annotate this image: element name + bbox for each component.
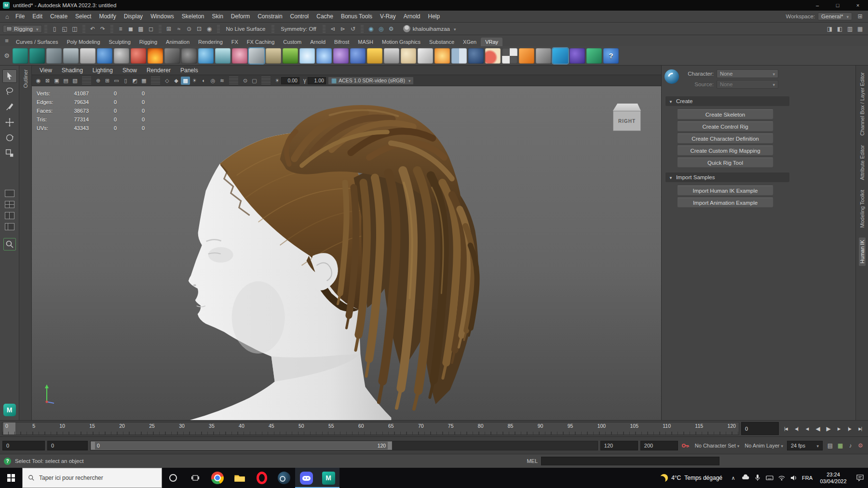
import-human-ik-example-button[interactable]: Import Human IK Example <box>677 185 773 196</box>
shadows-icon[interactable]: ◐ <box>199 77 208 85</box>
panel-menu-item[interactable]: Show <box>118 66 142 75</box>
play-backward-button[interactable]: ◀ <box>813 423 823 435</box>
outliner-label[interactable]: Outliner <box>23 69 28 88</box>
mel-input[interactable] <box>541 457 719 465</box>
navy-sphere-icon[interactable] <box>468 48 484 64</box>
volume-icon[interactable] <box>787 468 800 488</box>
go-to-start-button[interactable]: |◀ <box>781 423 791 435</box>
lasso-tool[interactable] <box>2 85 17 98</box>
paint-select-tool[interactable] <box>2 100 17 114</box>
playback-start-field[interactable]: 0 <box>47 441 88 450</box>
auto-keyframe-toggle[interactable] <box>680 442 691 449</box>
grass-fx-icon[interactable] <box>283 48 298 64</box>
tab-modeling-toolkit[interactable]: Modeling Toolkit <box>859 190 865 228</box>
panel-menu-item[interactable]: Renderer <box>142 66 176 75</box>
isolate-select-icon[interactable]: ⊙ <box>241 77 250 85</box>
divider[interactable] <box>151 77 160 85</box>
go-to-end-button[interactable]: ▶| <box>855 423 865 435</box>
maya-taskbar-icon[interactable]: M <box>317 468 339 488</box>
shelf-tab-arnold[interactable]: Arnold <box>306 38 330 46</box>
colorspace-dropdown[interactable]: ACES 1.0 SDR-video (sRGB) <box>328 77 414 85</box>
symmetry-button[interactable]: Symmetry: Off <box>277 26 320 32</box>
shelf-gear-icon[interactable] <box>2 52 12 59</box>
chrome-icon[interactable] <box>206 468 229 488</box>
workspace-settings-icon[interactable]: ⊞ <box>855 12 865 21</box>
shelf-tab-rendering[interactable]: Rendering <box>194 38 227 46</box>
time-editor-icon[interactable]: ▤ <box>825 441 835 450</box>
file-explorer-icon[interactable] <box>229 468 251 488</box>
sidebar-channel-box-icon[interactable]: ◨ <box>825 24 835 33</box>
dome-light-icon[interactable] <box>367 48 382 64</box>
grid-toggle-icon[interactable]: ⊞ <box>103 77 112 85</box>
timeline-ruler[interactable]: 0510152025303540455055606570758085909510… <box>2 422 739 435</box>
opera-icon[interactable] <box>251 468 273 488</box>
shelf-tab-vray[interactable]: VRay <box>481 38 502 46</box>
single-pane-layout-button[interactable] <box>5 190 14 197</box>
panel-menu-item[interactable]: Panels <box>176 66 203 75</box>
input-connections-icon[interactable]: ⊲ <box>328 24 338 33</box>
vray-sphere-icon[interactable] <box>570 48 585 64</box>
snap-curve-icon[interactable]: ≈ <box>174 24 184 33</box>
shelf-tab-sculpting[interactable]: Sculpting <box>105 38 135 46</box>
checker-texture-icon[interactable] <box>502 48 517 64</box>
tab-attribute-editor[interactable]: Attribute Editor <box>859 145 865 180</box>
output-connections-icon[interactable]: ⊳ <box>338 24 348 33</box>
purple-swirl-icon[interactable] <box>333 48 349 64</box>
textured-icon[interactable]: ▩ <box>181 77 190 85</box>
step-forward-key-button[interactable]: |▶ <box>844 423 854 435</box>
start-button[interactable] <box>0 468 22 488</box>
save-scene-icon[interactable]: ◫ <box>70 24 80 33</box>
fireworks-fx-icon[interactable] <box>434 48 450 64</box>
sidebar-attribute-editor-icon[interactable]: ◧ <box>835 24 845 33</box>
workspace-dropdown[interactable]: General* <box>818 13 852 20</box>
weather-widget[interactable]: 4°C Temps dégagé <box>655 468 727 488</box>
step-back-key-button[interactable]: ◀| <box>791 423 801 435</box>
menu-item[interactable]: Cache <box>312 12 337 21</box>
camera-clapper-icon[interactable] <box>519 48 534 64</box>
shelf-tab-animation[interactable]: Animation <box>162 38 194 46</box>
divider[interactable] <box>44 25 47 33</box>
help-icon[interactable] <box>4 458 11 465</box>
mel-label[interactable]: MEL <box>527 458 538 464</box>
tab-human-ik[interactable]: Human IK <box>859 237 866 266</box>
open-scene-icon[interactable]: ◱ <box>60 24 70 33</box>
create-skeleton-button[interactable]: Create Skeleton <box>677 109 773 119</box>
shelf-tab-motion-graphics[interactable]: Motion Graphics <box>378 38 425 46</box>
split-material-icon[interactable] <box>451 48 467 64</box>
notes-icon[interactable] <box>80 48 95 64</box>
wireframe-icon[interactable]: ◇ <box>163 77 172 85</box>
sidebar-tool-settings-icon[interactable]: ▥ <box>845 24 855 33</box>
minimize-button[interactable]: – <box>807 0 827 11</box>
redo-icon[interactable]: ↷ <box>98 24 108 33</box>
panel-menu-item[interactable]: Lighting <box>88 66 118 75</box>
blue-sphere-icon[interactable] <box>350 48 366 64</box>
onedrive-icon[interactable] <box>739 468 751 488</box>
construction-history-icon[interactable]: ↺ <box>348 24 358 33</box>
step-back-frame-button[interactable]: ◀ <box>802 423 812 435</box>
ipr-render-icon[interactable]: ◎ <box>376 24 386 33</box>
water-drop-icon[interactable] <box>198 48 214 64</box>
waterfall-fx-icon[interactable] <box>215 48 231 64</box>
undo-icon[interactable]: ↶ <box>88 24 98 33</box>
menu-item[interactable]: Help <box>424 12 444 21</box>
shelf-menu-icon[interactable] <box>2 37 12 44</box>
lights-icon[interactable]: ☀ <box>190 77 199 85</box>
menu-item[interactable]: Modify <box>95 12 120 21</box>
maximize-button[interactable]: □ <box>827 0 848 11</box>
exposure-field[interactable]: 0.00 <box>281 77 299 84</box>
sand-texture-icon[interactable] <box>266 48 281 64</box>
menu-item[interactable]: Display <box>120 12 147 21</box>
import-animation-example-button[interactable]: Import Animation Example <box>677 198 773 208</box>
divider[interactable] <box>217 25 220 33</box>
tab-channel-box-layer-editor[interactable]: Channel Box / Layer Editor <box>859 72 865 135</box>
snowflake-fx-icon[interactable] <box>299 48 315 64</box>
gamma-icon[interactable] <box>303 77 306 84</box>
source-dropdown[interactable]: None <box>717 80 778 89</box>
fire-fx-icon[interactable] <box>148 48 163 64</box>
camera-attributes-icon[interactable]: ▣ <box>52 77 61 85</box>
red-shader-icon[interactable] <box>131 48 146 64</box>
touch-keyboard-icon[interactable] <box>763 468 775 488</box>
shelf-tab-fx-caching[interactable]: FX Caching <box>243 38 279 46</box>
menu-item[interactable]: Skeleton <box>178 12 208 21</box>
menu-item[interactable]: Deform <box>227 12 254 21</box>
